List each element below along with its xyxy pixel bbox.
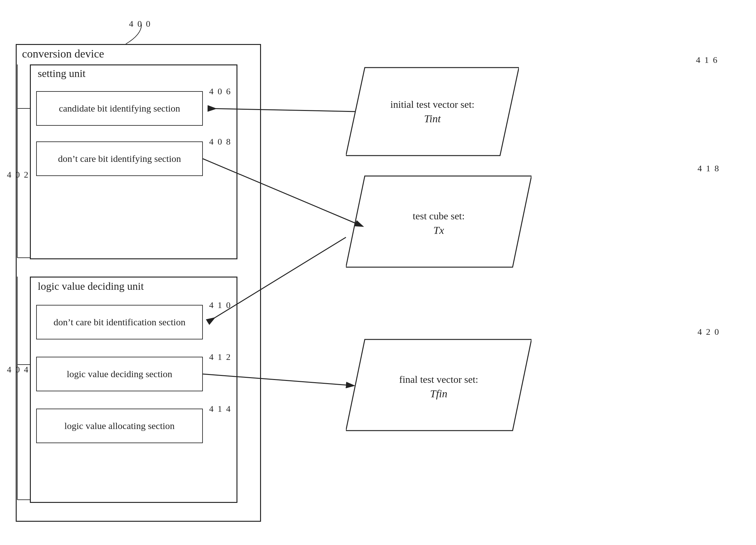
ref-406: 4 0 6 — [209, 86, 231, 97]
final-test-vector-line1: final test vector set: — [399, 374, 478, 385]
logic-deciding-section-label: logic value deciding section — [67, 369, 172, 379]
dont-care-id-section-label: don’t care bit identification section — [53, 317, 185, 327]
initial-test-vector-parallelogram: initial test vector set: Tint — [346, 64, 519, 159]
candidate-bit-section-label: candidate bit identifying section — [59, 103, 180, 114]
ref-408: 4 0 8 — [209, 137, 231, 147]
ref-404: 4 0 4 — [7, 364, 29, 375]
dont-care-bit-section-box: don’t care bit identifying section — [36, 142, 203, 176]
ref-412: 4 1 2 — [209, 352, 231, 362]
setting-unit-label: setting unit — [38, 68, 86, 80]
final-test-vector-parallelogram: final test vector set: Tfin — [346, 336, 531, 434]
candidate-bit-section-box: candidate bit identifying section — [36, 91, 203, 126]
test-cube-line2: Tx — [433, 225, 444, 236]
logic-deciding-section-box: logic value deciding section — [36, 357, 203, 391]
test-cube-parallelogram: test cube set: Tx — [346, 173, 531, 270]
conversion-device-label: conversion device — [22, 47, 104, 60]
initial-test-vector-line2: Tint — [424, 113, 441, 125]
ref-420: 4 2 0 — [698, 327, 720, 337]
test-cube-line1: test cube set: — [413, 210, 464, 222]
diagram-container: 4 0 0 conversion device 4 0 2 setting un… — [6, 19, 750, 537]
dont-care-bit-section-label: don’t care bit identifying section — [58, 153, 181, 164]
final-test-vector-line2: Tfin — [430, 388, 447, 400]
initial-test-vector-line1: initial test vector set: — [390, 99, 474, 110]
ref-418: 4 1 8 — [698, 164, 720, 174]
logic-allocating-section-label: logic value allocating section — [64, 420, 175, 431]
logic-allocating-section-box: logic value allocating section — [36, 409, 203, 443]
ref-416: 4 1 6 — [696, 55, 718, 65]
ref-414: 4 1 4 — [209, 404, 231, 414]
logic-deciding-unit-label: logic value deciding unit — [38, 280, 144, 292]
ref-402: 4 0 2 — [7, 170, 29, 180]
dont-care-id-section-box: don’t care bit identification section — [36, 305, 203, 339]
ref-410: 4 1 0 — [209, 300, 231, 310]
ref-400: 4 0 0 — [129, 19, 151, 29]
